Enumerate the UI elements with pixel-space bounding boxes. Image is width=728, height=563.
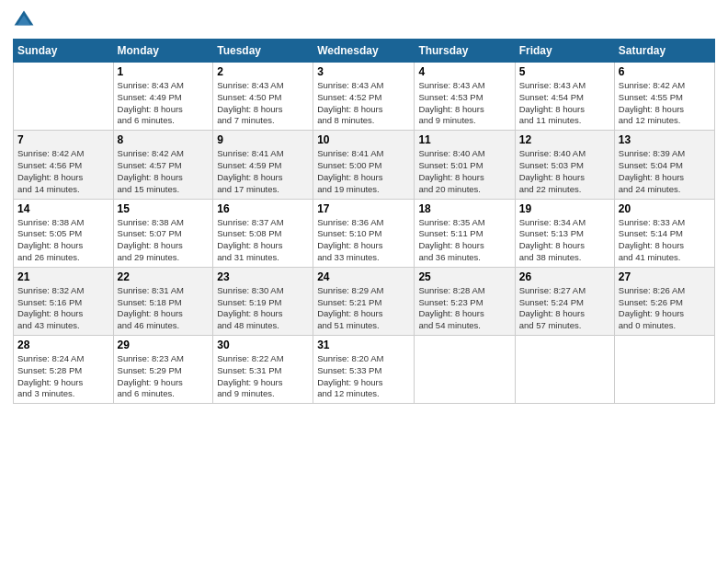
day-info: Sunrise: 8:39 AM Sunset: 5:04 PM Dayligh… xyxy=(619,148,711,195)
day-number: 21 xyxy=(17,270,109,283)
day-number: 1 xyxy=(118,65,210,78)
day-number: 22 xyxy=(118,270,210,283)
day-cell: 17Sunrise: 8:36 AM Sunset: 5:10 PM Dayli… xyxy=(313,199,415,267)
day-cell: 24Sunrise: 8:29 AM Sunset: 5:21 PM Dayli… xyxy=(313,267,415,335)
page-header xyxy=(13,9,715,31)
day-number: 17 xyxy=(317,202,410,215)
day-number: 5 xyxy=(519,65,610,78)
day-number: 3 xyxy=(317,65,410,78)
col-header-sunday: Sunday xyxy=(14,40,114,63)
day-cell: 12Sunrise: 8:40 AM Sunset: 5:03 PM Dayli… xyxy=(515,131,614,199)
day-number: 28 xyxy=(17,339,109,351)
day-info: Sunrise: 8:38 AM Sunset: 5:07 PM Dayligh… xyxy=(118,217,210,264)
day-cell: 20Sunrise: 8:33 AM Sunset: 5:14 PM Dayli… xyxy=(614,199,714,267)
day-cell: 3Sunrise: 8:43 AM Sunset: 4:52 PM Daylig… xyxy=(313,63,415,131)
day-cell xyxy=(415,336,515,404)
day-cell: 25Sunrise: 8:28 AM Sunset: 5:23 PM Dayli… xyxy=(415,267,515,335)
day-info: Sunrise: 8:30 AM Sunset: 5:19 PM Dayligh… xyxy=(217,285,309,332)
header-row: SundayMondayTuesdayWednesdayThursdayFrid… xyxy=(14,40,715,63)
day-cell: 23Sunrise: 8:30 AM Sunset: 5:19 PM Dayli… xyxy=(213,267,313,335)
day-cell: 31Sunrise: 8:20 AM Sunset: 5:33 PM Dayli… xyxy=(313,336,415,404)
day-cell: 28Sunrise: 8:24 AM Sunset: 5:28 PM Dayli… xyxy=(14,336,114,404)
day-cell: 27Sunrise: 8:26 AM Sunset: 5:26 PM Dayli… xyxy=(614,267,714,335)
day-info: Sunrise: 8:28 AM Sunset: 5:23 PM Dayligh… xyxy=(418,285,510,332)
day-info: Sunrise: 8:36 AM Sunset: 5:10 PM Dayligh… xyxy=(317,217,410,264)
col-header-wednesday: Wednesday xyxy=(313,40,415,63)
day-number: 30 xyxy=(217,339,309,351)
day-cell: 18Sunrise: 8:35 AM Sunset: 5:11 PM Dayli… xyxy=(415,199,515,267)
day-cell: 6Sunrise: 8:42 AM Sunset: 4:55 PM Daylig… xyxy=(614,63,714,131)
day-info: Sunrise: 8:41 AM Sunset: 4:59 PM Dayligh… xyxy=(217,148,309,195)
day-cell: 9Sunrise: 8:41 AM Sunset: 4:59 PM Daylig… xyxy=(213,131,313,199)
day-number: 29 xyxy=(118,339,210,351)
day-cell xyxy=(515,336,614,404)
day-number: 20 xyxy=(619,202,711,215)
day-cell: 29Sunrise: 8:23 AM Sunset: 5:29 PM Dayli… xyxy=(113,336,213,404)
day-number: 6 xyxy=(619,65,711,78)
day-info: Sunrise: 8:43 AM Sunset: 4:54 PM Dayligh… xyxy=(519,80,610,127)
day-number: 12 xyxy=(519,133,610,146)
day-cell: 7Sunrise: 8:42 AM Sunset: 4:56 PM Daylig… xyxy=(14,131,114,199)
day-info: Sunrise: 8:42 AM Sunset: 4:57 PM Dayligh… xyxy=(118,148,210,195)
day-info: Sunrise: 8:20 AM Sunset: 5:33 PM Dayligh… xyxy=(317,353,410,400)
day-info: Sunrise: 8:43 AM Sunset: 4:50 PM Dayligh… xyxy=(217,80,309,127)
day-number: 19 xyxy=(519,202,610,215)
day-info: Sunrise: 8:41 AM Sunset: 5:00 PM Dayligh… xyxy=(317,148,410,195)
day-number: 24 xyxy=(317,270,410,283)
day-cell: 19Sunrise: 8:34 AM Sunset: 5:13 PM Dayli… xyxy=(515,199,614,267)
col-header-monday: Monday xyxy=(113,40,213,63)
day-cell: 26Sunrise: 8:27 AM Sunset: 5:24 PM Dayli… xyxy=(515,267,614,335)
day-info: Sunrise: 8:33 AM Sunset: 5:14 PM Dayligh… xyxy=(619,217,711,264)
calendar-page: SundayMondayTuesdayWednesdayThursdayFrid… xyxy=(0,0,728,563)
day-cell: 1Sunrise: 8:43 AM Sunset: 4:49 PM Daylig… xyxy=(113,63,213,131)
day-info: Sunrise: 8:38 AM Sunset: 5:05 PM Dayligh… xyxy=(17,217,109,264)
day-cell: 4Sunrise: 8:43 AM Sunset: 4:53 PM Daylig… xyxy=(415,63,515,131)
day-cell: 5Sunrise: 8:43 AM Sunset: 4:54 PM Daylig… xyxy=(515,63,614,131)
col-header-thursday: Thursday xyxy=(415,40,515,63)
day-info: Sunrise: 8:40 AM Sunset: 5:01 PM Dayligh… xyxy=(418,148,510,195)
col-header-friday: Friday xyxy=(515,40,614,63)
col-header-tuesday: Tuesday xyxy=(213,40,313,63)
day-info: Sunrise: 8:35 AM Sunset: 5:11 PM Dayligh… xyxy=(418,217,510,264)
logo xyxy=(13,9,39,31)
day-cell: 2Sunrise: 8:43 AM Sunset: 4:50 PM Daylig… xyxy=(213,63,313,131)
day-info: Sunrise: 8:42 AM Sunset: 4:56 PM Dayligh… xyxy=(17,148,109,195)
day-number: 15 xyxy=(118,202,210,215)
day-number: 31 xyxy=(317,339,410,351)
day-cell: 10Sunrise: 8:41 AM Sunset: 5:00 PM Dayli… xyxy=(313,131,415,199)
day-number: 14 xyxy=(17,202,109,215)
day-number: 2 xyxy=(217,65,309,78)
day-number: 9 xyxy=(217,133,309,146)
day-info: Sunrise: 8:37 AM Sunset: 5:08 PM Dayligh… xyxy=(217,217,309,264)
day-number: 26 xyxy=(519,270,610,283)
day-number: 7 xyxy=(17,133,109,146)
day-cell xyxy=(614,336,714,404)
col-header-saturday: Saturday xyxy=(614,40,714,63)
day-cell: 8Sunrise: 8:42 AM Sunset: 4:57 PM Daylig… xyxy=(113,131,213,199)
week-row-2: 7Sunrise: 8:42 AM Sunset: 4:56 PM Daylig… xyxy=(14,131,715,199)
day-number: 10 xyxy=(317,133,410,146)
day-info: Sunrise: 8:42 AM Sunset: 4:55 PM Dayligh… xyxy=(619,80,711,127)
day-info: Sunrise: 8:32 AM Sunset: 5:16 PM Dayligh… xyxy=(17,285,109,332)
day-info: Sunrise: 8:29 AM Sunset: 5:21 PM Dayligh… xyxy=(317,285,410,332)
day-info: Sunrise: 8:27 AM Sunset: 5:24 PM Dayligh… xyxy=(519,285,610,332)
week-row-1: 1Sunrise: 8:43 AM Sunset: 4:49 PM Daylig… xyxy=(14,63,715,131)
day-number: 8 xyxy=(118,133,210,146)
week-row-3: 14Sunrise: 8:38 AM Sunset: 5:05 PM Dayli… xyxy=(14,199,715,267)
week-row-4: 21Sunrise: 8:32 AM Sunset: 5:16 PM Dayli… xyxy=(14,267,715,335)
day-number: 23 xyxy=(217,270,309,283)
day-number: 25 xyxy=(418,270,510,283)
day-info: Sunrise: 8:31 AM Sunset: 5:18 PM Dayligh… xyxy=(118,285,210,332)
day-cell: 22Sunrise: 8:31 AM Sunset: 5:18 PM Dayli… xyxy=(113,267,213,335)
day-cell: 13Sunrise: 8:39 AM Sunset: 5:04 PM Dayli… xyxy=(614,131,714,199)
day-cell: 30Sunrise: 8:22 AM Sunset: 5:31 PM Dayli… xyxy=(213,336,313,404)
day-info: Sunrise: 8:24 AM Sunset: 5:28 PM Dayligh… xyxy=(17,353,109,400)
day-number: 16 xyxy=(217,202,309,215)
week-row-5: 28Sunrise: 8:24 AM Sunset: 5:28 PM Dayli… xyxy=(14,336,715,404)
day-number: 27 xyxy=(619,270,711,283)
day-info: Sunrise: 8:23 AM Sunset: 5:29 PM Dayligh… xyxy=(118,353,210,400)
day-cell: 11Sunrise: 8:40 AM Sunset: 5:01 PM Dayli… xyxy=(415,131,515,199)
day-cell: 16Sunrise: 8:37 AM Sunset: 5:08 PM Dayli… xyxy=(213,199,313,267)
day-number: 11 xyxy=(418,133,510,146)
day-cell: 14Sunrise: 8:38 AM Sunset: 5:05 PM Dayli… xyxy=(14,199,114,267)
